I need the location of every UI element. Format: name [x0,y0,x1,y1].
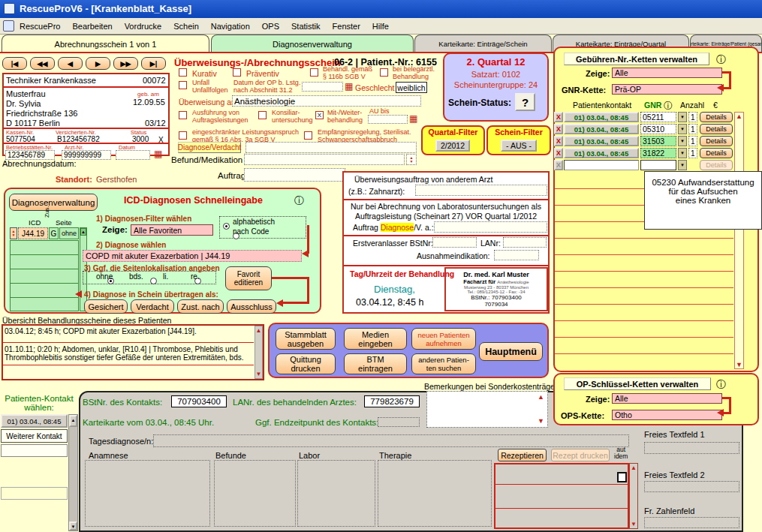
diagnose-verdacht-button[interactable]: Diagnose/Verdacht [178,142,241,153]
kontakt-scrollbar[interactable]: ▲ ▼ [68,414,78,531]
kontakt-list-item-selected[interactable]: 01) 03.04., 08:45 [1,414,68,428]
tab-karteikarte-schein[interactable]: Karteikarte: Einträge/Schein [414,35,552,53]
menu-vordrucke[interactable]: Vordrucke [125,22,162,31]
menu-navigation[interactable]: Navigation [211,22,250,31]
ausschluss-button[interactable]: Ausschluss [227,299,276,314]
menu-ops[interactable]: OPS [262,22,279,31]
gnr-code-field[interactable]: 05211 [640,112,676,122]
befund-field[interactable] [244,154,405,165]
gnr-scrollbar[interactable]: ▲ [734,112,744,369]
gnr-details-button[interactable]: Details [700,124,733,134]
scroll-up-icon[interactable]: ▲ [735,113,743,121]
anamnese-textarea[interactable] [85,460,210,527]
gnr-dropdown-button[interactable]: ▼ [678,136,687,146]
nav-last-button[interactable]: ▶| [141,57,166,70]
icd-seite-cell[interactable]: ohne [59,227,79,239]
neuer-patient-button[interactable]: neuen Patienten aufnehmen [411,328,476,350]
belegaerztl-checkbox[interactable] [380,68,388,77]
freitext2-field[interactable] [644,481,739,492]
quittung-button[interactable]: Quittung drucken [276,353,336,374]
overview-entry[interactable]: 01.10.11; 0:20 h; Abdomen, unklar, [R10.… [5,345,252,362]
menu-statistik[interactable]: Statistik [291,22,321,31]
favorit-editieren-button[interactable]: Favorit editieren [225,266,272,290]
bemerkungen-textarea[interactable] [426,391,548,428]
info-icon[interactable]: ⓘ [716,378,726,392]
menu-bearbeiten[interactable]: Bearbeiten [72,22,112,31]
empfaengnis-checkbox[interactable] [304,131,312,140]
rezeptieren-button[interactable]: Rezeptieren [498,449,547,461]
eingeschraenkt-checkbox[interactable] [179,131,187,140]
gesichert-button[interactable]: Gesichert [84,299,128,314]
icd-zus-cell[interactable]: G [49,227,59,239]
calendar-icon[interactable]: ▦ [154,149,162,158]
befunde-textarea[interactable] [214,460,296,527]
gnr-row-delete-button[interactable]: X [554,160,563,170]
behandl-116b-checkbox[interactable] [310,68,318,77]
gnr-details-button[interactable]: Details [700,136,733,146]
gnr-row-delete-button[interactable]: X [554,124,563,134]
gnr-row-contact[interactable]: 01) 03.04., 08:45 [564,148,639,158]
gnr-dropdown-button[interactable]: ▼ [678,148,687,158]
gnr-dropdown-button[interactable]: ▼ [678,124,687,134]
gnr-count-field[interactable]: 1 [688,124,697,134]
gnr-count-field[interactable]: 1 [688,112,697,122]
labor-textarea[interactable] [297,460,375,527]
mitweiter-checkbox[interactable]: X [315,111,324,119]
stammblatt-button[interactable]: Stammblatt ausgeben [276,328,336,350]
ausfuehrung-checkbox[interactable] [179,111,187,119]
gnr-zeige-field[interactable]: Alle [612,68,722,78]
gnr-row-contact[interactable]: 01) 03.04., 08:45 [564,124,639,134]
ausnahmeindikation-field[interactable] [494,250,539,260]
btm-button[interactable]: BTM eintragen [344,353,407,374]
gnr-row-delete-button[interactable]: X [554,148,563,158]
nav-next-button[interactable]: ▶ [86,57,110,70]
gnr-count-field[interactable]: 1 [688,148,697,158]
erstveranlasser-field[interactable] [432,237,477,248]
scroll-down-icon[interactable]: ▼ [630,520,637,528]
gnr-row-delete-button[interactable]: X [554,136,563,146]
scroll-down-icon[interactable]: ▼ [734,361,744,369]
info-icon[interactable]: ⓘ [664,100,673,113]
nav-first-button[interactable]: |◀ [2,57,27,70]
menu-rescuepro[interactable]: RescuePro [20,22,60,31]
kontakt-lanr-field[interactable]: 779823679 [364,395,420,407]
scroll-down-icon[interactable]: ▼ [538,417,544,425]
ops-kette-field[interactable]: Otho [612,410,722,420]
gnr-code-field[interactable]: 31822 [640,148,676,158]
gnr-dropdown-button[interactable]: ▼ [678,112,687,122]
tagesdiagnose-field[interactable] [153,434,629,447]
icd-zeige-field[interactable]: Alle Favoriten [131,224,213,236]
auftrag-diagnose-field[interactable] [434,221,547,233]
nav-prev-button[interactable]: ◀ [58,57,83,70]
scroll-up-icon[interactable]: ▲ [255,326,262,335]
info-icon[interactable]: ⓘ [294,194,304,208]
verdacht-button[interactable]: Verdacht [131,299,174,314]
overview-scrollbar[interactable]: ▲ ▼ [255,326,263,379]
ueberweisung-field[interactable]: Anästhesiologie [232,95,421,107]
scroll-down-icon[interactable]: ▼ [69,521,77,530]
zust-nach-button[interactable]: Zust. nach [177,299,224,314]
schein-status-button[interactable]: ? [515,93,535,111]
gnr-dropdown-button[interactable]: ▼ [678,160,687,170]
konsiliar-checkbox[interactable] [258,111,267,119]
anderer-patient-button[interactable]: anderen Patien- ten suchen [411,353,476,374]
tab-diagnosenverwaltung[interactable]: Diagnosenverwaltung [211,35,414,53]
ops-title-button[interactable]: OP-Schlüssel-Ketten verwalten [564,377,711,390]
medien-button[interactable]: Medien eingeben [344,328,407,350]
kontakt-list-item-empty[interactable] [1,487,68,500]
schein-filter-button[interactable]: - AUS - [501,140,537,152]
menu-hilfe[interactable]: Hilfe [372,22,389,31]
scroll-up-icon[interactable]: ▲ [630,464,637,472]
gnr-row-contact[interactable]: 01) 03.04., 08:45 [564,136,639,146]
praeventiv-checkbox[interactable] [233,68,241,77]
icd-row-spinner[interactable]: ▲▼ [10,227,17,239]
gnr-code-field[interactable] [640,160,676,170]
scroll-up-icon[interactable]: ▲ [80,228,86,236]
overview-entry[interactable]: 03.04.12; 8:45 h; COPD mit akuter Exazer… [5,327,251,335]
au-bis-field[interactable] [368,115,408,124]
freitext1-field[interactable] [644,442,739,454]
info-icon[interactable]: ⓘ [716,53,726,67]
gnr-details-button[interactable]: Details [700,148,733,158]
kontakt-list-item-empty[interactable] [1,444,68,457]
tab-abrechnungsschein[interactable]: Abrechnungsschein 1 von 1 [2,35,209,53]
